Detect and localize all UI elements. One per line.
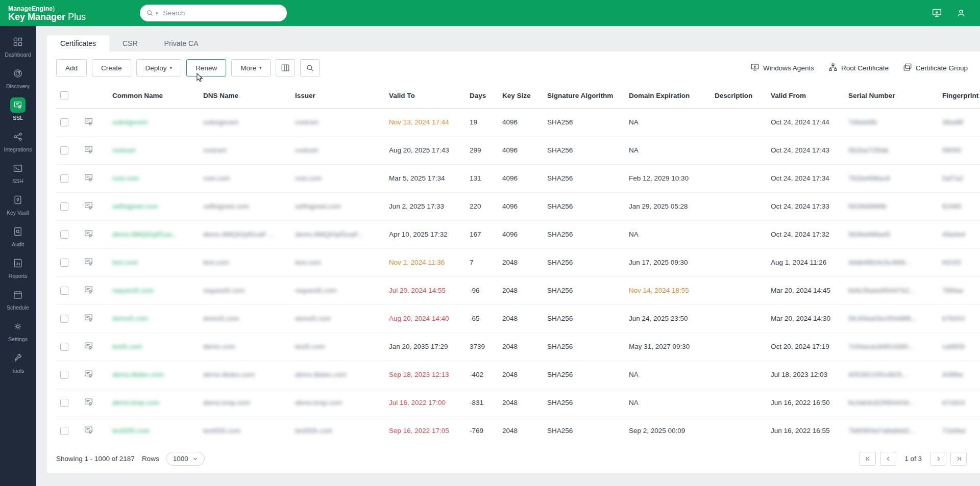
tab-private-ca[interactable]: Private CA <box>151 35 212 52</box>
row-checkbox[interactable] <box>60 399 68 407</box>
more-button[interactable]: More▾ <box>231 59 271 76</box>
common-name-value[interactable]: request5.com <box>112 287 154 294</box>
deploy-button[interactable]: Deploy▾ <box>136 59 182 76</box>
certificate-icon[interactable] <box>84 425 93 435</box>
tab-csr[interactable]: CSR <box>109 35 151 52</box>
sidebar-item-settings[interactable]: Settings <box>0 315 36 346</box>
table-row[interactable]: domo5.com domo5.com domo5.com Aug 20, 20… <box>56 304 980 332</box>
table-row[interactable]: test.com test.com test.com Nov 1, 2024 1… <box>56 248 980 276</box>
row-checkbox[interactable] <box>60 202 68 211</box>
table-row[interactable]: request5.com request5.com request5.com J… <box>56 276 980 304</box>
certificate-icon[interactable] <box>84 145 93 155</box>
row-checkbox[interactable] <box>60 427 68 435</box>
first-page-button[interactable] <box>860 452 876 466</box>
column-header-dns-name[interactable]: DNS Name <box>199 83 291 108</box>
renew-button[interactable]: Renew <box>186 59 226 76</box>
certificate-icon[interactable] <box>84 173 93 183</box>
previous-page-button[interactable] <box>880 452 896 466</box>
common-name-value[interactable]: root.com <box>112 174 139 182</box>
table-row[interactable]: test5.com demo.com test5.com Jan 20, 203… <box>56 332 980 361</box>
common-name-value[interactable]: rootcert <box>112 146 136 154</box>
table-row[interactable]: subsigncert subsigncert rootcert Nov 13,… <box>56 108 980 136</box>
common-name-value[interactable]: demo.likdes.com <box>112 371 164 378</box>
global-search[interactable]: ▾ <box>140 5 287 21</box>
table-row[interactable]: demo.8MQiOyfGua... demo.8MQiOyfGuaF ... … <box>56 220 980 248</box>
common-name-value[interactable]: domo5.com <box>112 315 149 322</box>
sidebar-item-ssh[interactable]: SSH <box>0 157 36 188</box>
common-name-value[interactable]: test555.com <box>112 427 150 434</box>
domain-expiration-value: Jun 24, 2025 23:50 <box>625 304 710 332</box>
tab-certificates[interactable]: Certificates <box>47 35 109 52</box>
common-name-value[interactable]: selfsigned.com <box>112 202 158 210</box>
table-row[interactable]: rootcert rootcert rootcert Aug 20, 2025 … <box>56 136 980 164</box>
certificate-icon[interactable] <box>84 341 93 351</box>
common-name-value[interactable]: demo.8MQiOyfGua... <box>112 231 178 238</box>
select-all-checkbox[interactable] <box>60 91 68 99</box>
certificate-icon[interactable] <box>84 229 93 239</box>
last-page-button[interactable] <box>950 452 967 466</box>
sidebar-item-key-vault[interactable]: Key Vault <box>0 188 36 220</box>
sidebar-item-schedule[interactable]: Schedule <box>0 283 36 315</box>
row-checkbox[interactable] <box>60 259 68 267</box>
row-checkbox[interactable] <box>60 371 68 379</box>
column-header-fingerprint[interactable]: Fingerprint <box>938 83 980 108</box>
common-name-value[interactable]: test.com <box>112 259 138 266</box>
issuer-value: root.com <box>295 174 322 182</box>
agent-download-button[interactable] <box>928 5 945 22</box>
sidebar-item-audit[interactable]: Audit <box>0 220 36 251</box>
column-header-valid-to[interactable]: Valid To <box>385 83 465 108</box>
table-row[interactable]: selfsigned.com selfsigned.com selfsigned… <box>56 192 980 220</box>
column-header-key-size[interactable]: Key Size <box>498 83 543 108</box>
column-header-description[interactable]: Description <box>710 83 767 108</box>
column-header-valid-from[interactable]: Valid From <box>767 83 844 108</box>
column-header-common-name[interactable]: Common Name <box>108 83 199 108</box>
create-button[interactable]: Create <box>92 59 131 76</box>
certificate-icon[interactable] <box>84 285 93 295</box>
add-button[interactable]: Add <box>56 59 87 76</box>
user-profile-button[interactable] <box>952 5 970 22</box>
sidebar-item-dashboard[interactable]: Dashboard <box>0 30 36 62</box>
certificate-icon[interactable] <box>84 257 93 267</box>
root-certificate-link[interactable]: Root Certificate <box>828 63 889 73</box>
search-input[interactable] <box>163 9 281 17</box>
column-header-domain-expiration[interactable]: Domain Expiration <box>625 83 710 108</box>
certificate-icon[interactable] <box>84 397 93 407</box>
row-checkbox[interactable] <box>60 315 68 323</box>
sidebar-item-discovery[interactable]: Discovery <box>0 62 36 93</box>
table-row[interactable]: root.com root.com root.com Mar 5, 2025 1… <box>56 164 980 192</box>
certificate-icon[interactable] <box>84 369 93 379</box>
table-row[interactable]: demo.likdes.com demo.likdes.com demo.lik… <box>56 361 980 389</box>
row-checkbox[interactable] <box>60 174 68 183</box>
certificate-icon[interactable] <box>84 313 93 323</box>
search-scope-caret-icon[interactable]: ▾ <box>156 11 158 16</box>
sidebar-item-reports[interactable]: Reports <box>0 251 36 283</box>
windows-agents-link[interactable]: Windows Agents <box>750 63 814 73</box>
sidebar-item-ssl[interactable]: SSL <box>0 93 36 125</box>
search-icon <box>306 64 314 72</box>
certificate-icon[interactable] <box>84 117 93 126</box>
row-checkbox[interactable] <box>60 146 68 155</box>
common-name-value[interactable]: subsigncert <box>112 118 148 126</box>
column-chooser-button[interactable] <box>276 59 295 76</box>
certificate-icon[interactable] <box>84 201 93 211</box>
next-page-button[interactable] <box>930 452 946 466</box>
common-name-value[interactable]: test5.com <box>112 343 142 350</box>
column-header-signature-algorithm[interactable]: Signature Algorithm <box>543 83 625 108</box>
sidebar-item-integrations[interactable]: Integrations <box>0 125 36 157</box>
table-row[interactable]: demo.kmp.com demo.kmp.com demo.kmp.com J… <box>56 389 980 417</box>
table-row[interactable]: test555.com test555.com test555.com Sep … <box>56 417 980 444</box>
table-search-button[interactable] <box>300 59 320 76</box>
sidebar-item-tools[interactable]: Tools <box>0 346 36 378</box>
common-name-value[interactable]: demo.kmp.com <box>112 399 159 406</box>
certificate-group-link[interactable]: Certificate Group <box>903 63 968 73</box>
certificates-table-container: Common NameDNS NameIssuerValid ToDaysKey… <box>47 83 980 444</box>
row-checkbox[interactable] <box>60 343 68 351</box>
serial-number-value: 5fc30ba43e1f5448f6... <box>848 315 917 322</box>
column-header-serial-number[interactable]: Serial Number <box>844 83 938 108</box>
row-checkbox[interactable] <box>60 231 68 239</box>
row-checkbox[interactable] <box>60 287 68 295</box>
column-header-days[interactable]: Days <box>465 83 498 108</box>
row-checkbox[interactable] <box>60 118 68 126</box>
rows-per-page-select[interactable]: 1000 <box>166 452 205 466</box>
column-header-issuer[interactable]: Issuer <box>291 83 385 108</box>
